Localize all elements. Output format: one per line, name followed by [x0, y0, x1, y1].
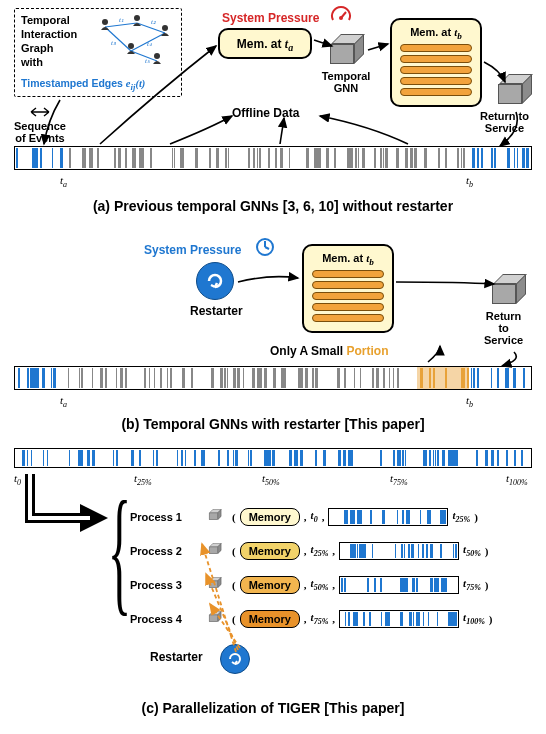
process-tstart: t0 — [311, 509, 318, 524]
svg-text:t₂: t₂ — [151, 18, 156, 26]
svg-text:t₄: t₄ — [147, 40, 152, 48]
process-label: Process 4 — [130, 613, 196, 625]
svg-point-13 — [128, 43, 134, 49]
return-cube-b — [492, 280, 520, 308]
restarter-circle-b — [196, 262, 234, 300]
process-minibar — [339, 610, 459, 628]
system-pressure-b: System Pressure — [144, 240, 241, 258]
clock-icon — [254, 236, 276, 262]
caption-a: (a) Previous temporal GNNs [3, 6, 10] wi… — [0, 198, 546, 214]
mem-tb-text-a: Mem. at tb — [400, 26, 472, 41]
tick-c-2: t50% — [262, 472, 280, 487]
timeline-bar-a — [14, 146, 532, 170]
process-minibar — [328, 508, 448, 526]
gauge-icon — [330, 4, 352, 28]
process-row: Process 3(Memory,t50%,t75%) — [130, 568, 530, 602]
temporal-gnn-label: TemporalGNN — [316, 70, 376, 94]
caption-b: (b) Temporal GNNs with restarter [This p… — [0, 416, 546, 432]
return-label-b: ReturntoService — [484, 310, 523, 346]
process-tend: t100% — [463, 611, 485, 626]
svg-point-10 — [102, 19, 108, 25]
svg-point-14 — [154, 53, 160, 59]
process-cube — [200, 534, 228, 568]
process-cube — [200, 500, 228, 534]
return-cube-a — [498, 80, 526, 108]
process-cube — [200, 568, 228, 602]
tick-ta-b: ta — [60, 394, 67, 409]
mini-graph: t₁ t₂ t₃ t₄ t₅ — [93, 13, 181, 77]
system-pressure-text-b: System Pressure — [144, 243, 241, 257]
mem-at-tb-b: Mem. at tb — [302, 244, 394, 333]
graph-legend-box: Temporal Interaction Graph with t₁ t₂ — [14, 8, 182, 97]
svg-point-12 — [162, 25, 168, 31]
svg-line-4 — [131, 51, 157, 61]
tick-c-3: t75% — [390, 472, 408, 487]
svg-point-11 — [134, 15, 140, 21]
memory-tag: Memory — [240, 576, 300, 594]
process-tend: t75% — [463, 577, 481, 592]
svg-text:t₅: t₅ — [145, 57, 150, 65]
return-label-a: Return toService — [480, 110, 529, 134]
legend-line1: Temporal — [21, 13, 93, 27]
cube-icon — [330, 40, 358, 68]
caption-c: (c) Parallelization of TIGER [This paper… — [0, 700, 546, 716]
process-tend: t25% — [452, 509, 470, 524]
process-row: Process 1(Memory,t0,t25%) — [130, 500, 530, 534]
svg-point-16 — [339, 16, 343, 20]
process-minibar — [339, 576, 459, 594]
portion-label: Only A Small Portion — [270, 344, 388, 358]
process-label: Process 2 — [130, 545, 196, 557]
timeline-bar-b — [14, 366, 532, 390]
tick-c-4: t100% — [506, 472, 528, 487]
temporal-gnn-cube — [330, 40, 358, 68]
system-pressure-text-a: System Pressure — [222, 11, 319, 25]
tick-tb-a: tb — [466, 174, 473, 189]
restarter-label-b: Restarter — [190, 304, 243, 318]
tick-ta-a: ta — [60, 174, 67, 189]
memory-tag: Memory — [240, 610, 300, 628]
legend-line4: with — [21, 55, 93, 69]
mem-tb-text-b: Mem. at tb — [312, 252, 384, 267]
process-row: Process 4(Memory,t75%,t100%) — [130, 602, 530, 636]
process-cube — [200, 602, 228, 636]
memory-tag: Memory — [240, 508, 300, 526]
cube-icon — [498, 80, 526, 108]
mem-at-tb-a: Mem. at tb — [390, 18, 482, 107]
process-tstart: t75% — [311, 611, 329, 626]
left-brace: { — [108, 480, 132, 620]
mem-at-ta: Mem. at ta — [218, 28, 312, 59]
tick-c-0: t0 — [14, 472, 21, 487]
legend-line3: Graph — [21, 41, 93, 55]
tick-c-1: t25% — [134, 472, 152, 487]
tick-tb-b: tb — [466, 394, 473, 409]
svg-text:t₃: t₃ — [111, 39, 117, 47]
seq-line2: of Events — [15, 132, 65, 144]
process-tend: t50% — [463, 543, 481, 558]
svg-line-1 — [105, 27, 131, 51]
mem-ta-text: Mem. at ta — [237, 37, 293, 51]
seq-line1: Sequence — [14, 120, 66, 132]
process-rows: Process 1(Memory,t0,t25%)Process 2(Memor… — [130, 500, 530, 636]
svg-text:t₁: t₁ — [119, 16, 124, 24]
restarter-label-c: Restarter — [150, 650, 203, 664]
timeline-bar-c — [14, 448, 532, 468]
svg-line-19 — [265, 247, 269, 249]
process-tstart: t25% — [311, 543, 329, 558]
legend-line2: Interaction — [21, 27, 93, 41]
restarter-circle-c — [220, 644, 250, 674]
process-label: Process 3 — [130, 579, 196, 591]
process-tstart: t50% — [311, 577, 329, 592]
process-row: Process 2(Memory,t25%,t50%) — [130, 534, 530, 568]
offline-data-label: Offline Data — [232, 106, 299, 120]
legend-blue-text: Timestamped Edges eij(t) — [21, 77, 175, 92]
process-label: Process 1 — [130, 511, 196, 523]
system-pressure-a: System Pressure — [222, 8, 319, 26]
seq-events-label: Sequenceof Events — [14, 104, 66, 144]
process-minibar — [339, 542, 459, 560]
memory-tag: Memory — [240, 542, 300, 560]
